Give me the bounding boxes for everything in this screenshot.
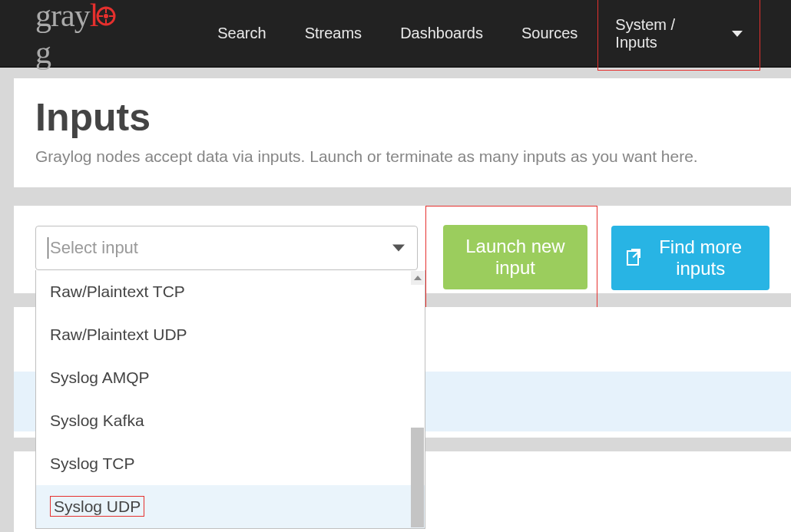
chevron-down-icon — [732, 31, 743, 37]
navbar: graylg Search Streams Dashboards Sources… — [0, 0, 791, 68]
find-more-label: Find more inputs — [647, 236, 754, 279]
text-cursor — [48, 237, 48, 259]
external-link-icon — [627, 250, 640, 266]
input-controls-panel: Select input Raw/Plaintext TCP Raw/Plain… — [14, 206, 791, 293]
nav-system-inputs[interactable]: System / Inputs — [597, 0, 760, 71]
select-placeholder: Select input — [50, 238, 138, 258]
input-type-dropdown: Raw/Plaintext TCP Raw/Plaintext UDP Sysl… — [35, 270, 425, 529]
dropdown-item-syslog-udp[interactable]: Syslog UDP — [36, 485, 425, 528]
nav-streams[interactable]: Streams — [286, 14, 380, 53]
page-container: Inputs Graylog nodes accept data via inp… — [0, 68, 791, 532]
nav-system-inputs-label: System / Inputs — [615, 16, 721, 51]
dropdown-item-syslog-amqp[interactable]: Syslog AMQP — [36, 356, 425, 399]
launch-new-input-button[interactable]: Launch new input — [443, 225, 587, 289]
page-subtitle: Graylog nodes accept data via inputs. La… — [35, 147, 769, 166]
scroll-up-button[interactable] — [411, 271, 424, 285]
nav-dashboards[interactable]: Dashboards — [382, 14, 501, 53]
nav-sources[interactable]: Sources — [503, 14, 596, 53]
page-title: Inputs — [35, 95, 769, 140]
dropdown-item-syslog-udp-label: Syslog UDP — [50, 496, 144, 517]
scrollbar-thumb[interactable] — [411, 428, 424, 527]
input-type-select[interactable]: Select input — [35, 226, 418, 270]
input-type-select-wrap: Select input Raw/Plaintext TCP Raw/Plain… — [35, 226, 418, 270]
dropdown-item-syslog-kafka[interactable]: Syslog Kafka — [36, 399, 425, 442]
nav-search[interactable]: Search — [199, 14, 284, 53]
dropdown-item-syslog-tcp[interactable]: Syslog TCP — [36, 442, 425, 485]
dropdown-item-raw-tcp[interactable]: Raw/Plaintext TCP — [36, 270, 425, 313]
launch-highlight-box: Launch new input — [425, 206, 597, 313]
dropdown-item-raw-udp[interactable]: Raw/Plaintext UDP — [36, 313, 425, 356]
header-panel: Inputs Graylog nodes accept data via inp… — [14, 78, 791, 187]
logo[interactable]: graylg — [35, 0, 130, 71]
svg-point-1 — [104, 14, 108, 18]
svg-marker-6 — [414, 276, 422, 280]
find-more-inputs-button[interactable]: Find more inputs — [611, 226, 769, 290]
chevron-down-icon — [392, 245, 405, 252]
nav-items: Search Streams Dashboards Sources System… — [199, 0, 760, 71]
